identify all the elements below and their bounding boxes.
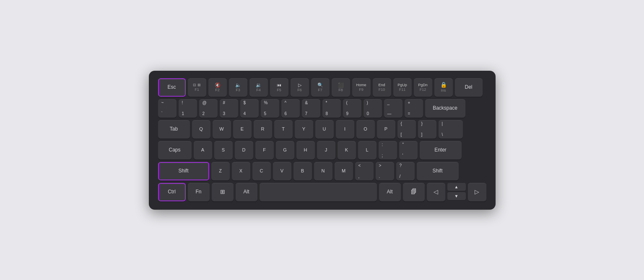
- key-f12[interactable]: PgDn F12: [414, 78, 432, 97]
- key-m[interactable]: M: [335, 162, 353, 180]
- key-k[interactable]: K: [338, 141, 356, 159]
- key-v[interactable]: V: [273, 162, 291, 180]
- key-4[interactable]: $ 4: [240, 99, 259, 118]
- key-lalt[interactable]: Alt: [236, 183, 257, 201]
- bottom-row: Ctrl Fn ⊞ Alt Alt 🗐 ◁ ▲ ▼ ▷: [158, 183, 486, 201]
- key-a[interactable]: A: [194, 141, 212, 159]
- key-tab[interactable]: Tab: [158, 120, 190, 139]
- key-2[interactable]: @ 2: [199, 99, 218, 118]
- key-lock[interactable]: 🔒 Ins: [434, 78, 453, 97]
- key-y[interactable]: Y: [295, 120, 313, 139]
- up-down-group: ▲ ▼: [447, 183, 466, 201]
- keyboard: Esc ⊟ ⊠ F1 🔇 F2 🔈 F3 🔉 F4 ⏮ F5 ▷ F6 🔍 F7: [149, 71, 496, 210]
- key-slash[interactable]: ? /: [396, 162, 415, 180]
- key-t[interactable]: T: [274, 120, 293, 139]
- key-0[interactable]: ) 0: [364, 99, 382, 118]
- key-h[interactable]: H: [296, 141, 315, 159]
- key-f1[interactable]: ⊟ ⊠ F1: [188, 78, 206, 97]
- key-f2[interactable]: 🔇 F2: [208, 78, 227, 97]
- key-fn[interactable]: Fn: [188, 183, 210, 201]
- key-s[interactable]: S: [214, 141, 233, 159]
- number-row: ~ ` ! 1 @ 2 # 3 $ 4 % 5 ^ 6 & 7: [158, 99, 486, 118]
- key-3[interactable]: # 3: [220, 99, 238, 118]
- key-f8[interactable]: ⬛ F8: [332, 78, 350, 97]
- key-backslash[interactable]: | \: [439, 120, 463, 139]
- key-right-arrow[interactable]: ▷: [468, 183, 486, 201]
- key-f10[interactable]: End F10: [373, 78, 391, 97]
- key-menu[interactable]: 🗐: [403, 183, 425, 201]
- asdf-row: Caps A S D F G H J K L : ; " ' Enter: [158, 141, 486, 159]
- key-8[interactable]: * 8: [322, 99, 341, 118]
- key-backtick[interactable]: ~ `: [158, 99, 177, 118]
- key-win[interactable]: ⊞: [212, 183, 234, 201]
- key-l[interactable]: L: [358, 141, 377, 159]
- key-f6[interactable]: ▷ F6: [291, 78, 309, 97]
- key-p[interactable]: P: [377, 120, 395, 139]
- key-7[interactable]: & 7: [302, 99, 320, 118]
- key-z[interactable]: Z: [211, 162, 230, 180]
- key-o[interactable]: O: [356, 120, 375, 139]
- key-enter[interactable]: Enter: [420, 141, 462, 159]
- key-esc[interactable]: Esc: [158, 78, 186, 97]
- key-d[interactable]: D: [235, 141, 253, 159]
- key-comma[interactable]: < ,: [355, 162, 374, 180]
- key-e[interactable]: E: [233, 120, 252, 139]
- key-backspace[interactable]: Backspace: [425, 99, 465, 118]
- key-j[interactable]: J: [317, 141, 335, 159]
- key-r[interactable]: R: [254, 120, 272, 139]
- key-down-arrow[interactable]: ▼: [447, 192, 466, 200]
- key-f5[interactable]: ⏮ F5: [270, 78, 288, 97]
- key-quote[interactable]: " ': [399, 141, 418, 159]
- key-f11[interactable]: PgUp F11: [393, 78, 412, 97]
- key-minus[interactable]: _ —: [384, 99, 402, 118]
- key-x[interactable]: X: [232, 162, 250, 180]
- key-n[interactable]: N: [314, 162, 332, 180]
- key-c[interactable]: C: [252, 162, 271, 180]
- key-q[interactable]: Q: [192, 120, 210, 139]
- fn-row: Esc ⊟ ⊠ F1 🔇 F2 🔈 F3 🔉 F4 ⏮ F5 ▷ F6 🔍 F7: [158, 78, 486, 97]
- key-g[interactable]: G: [276, 141, 294, 159]
- key-6[interactable]: ^ 6: [281, 99, 300, 118]
- key-lctrl[interactable]: Ctrl: [158, 183, 186, 201]
- key-space[interactable]: [260, 183, 377, 201]
- key-left-arrow[interactable]: ◁: [427, 183, 445, 201]
- key-i[interactable]: I: [336, 120, 354, 139]
- key-f3[interactable]: 🔈 F3: [229, 78, 247, 97]
- key-u[interactable]: U: [315, 120, 334, 139]
- key-1[interactable]: ! 1: [179, 99, 197, 118]
- key-5[interactable]: % 5: [261, 99, 279, 118]
- key-f[interactable]: F: [255, 141, 274, 159]
- key-ralt[interactable]: Alt: [379, 183, 401, 201]
- qwerty-row: Tab Q W E R T Y U I O P { [ } ] | \: [158, 120, 486, 139]
- key-del[interactable]: Del: [455, 78, 483, 97]
- key-f9[interactable]: Home F9: [352, 78, 371, 97]
- key-semicolon[interactable]: : ;: [379, 141, 397, 159]
- key-w[interactable]: W: [213, 120, 231, 139]
- key-up-arrow[interactable]: ▲: [447, 183, 466, 191]
- key-f7[interactable]: 🔍 F7: [311, 78, 330, 97]
- key-period[interactable]: > .: [376, 162, 394, 180]
- zxcv-row: Shift Z X C V B N M < , > . ? / Shift: [158, 162, 486, 180]
- key-f4[interactable]: 🔉 F4: [249, 78, 268, 97]
- key-rbracket[interactable]: } ]: [418, 120, 436, 139]
- key-caps[interactable]: Caps: [158, 141, 192, 159]
- key-lbracket[interactable]: { [: [397, 120, 416, 139]
- key-9[interactable]: ( 9: [343, 99, 361, 118]
- key-rshift[interactable]: Shift: [417, 162, 459, 180]
- key-lshift[interactable]: Shift: [158, 162, 209, 180]
- key-b[interactable]: B: [293, 162, 312, 180]
- key-equals[interactable]: + =: [405, 99, 423, 118]
